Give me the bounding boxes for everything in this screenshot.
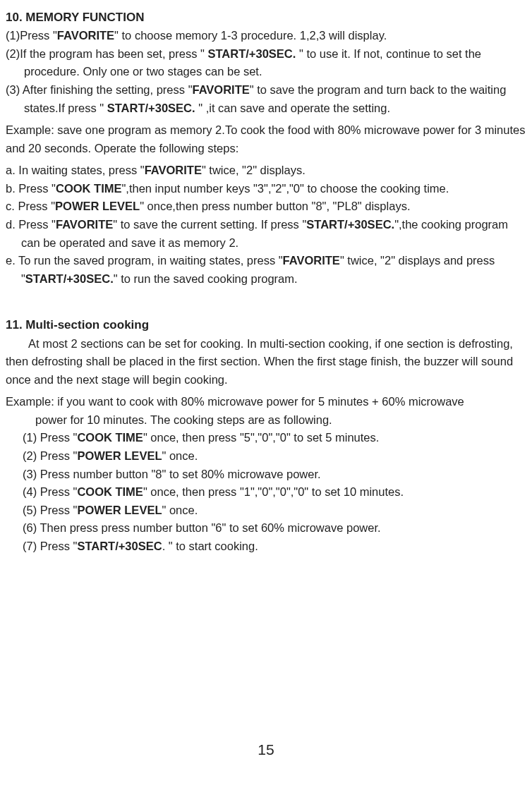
- section-10-step-e: e. To run the saved program, in waiting …: [6, 252, 526, 288]
- section-11-step-1: (1) Press "COOK TIME" once, then press "…: [6, 429, 526, 447]
- section-10-item-1: (1)Press "FAVORITE" to choose memory 1-3…: [6, 27, 526, 45]
- section-10-step-c: c. Press "POWER LEVEL" once,then press n…: [6, 198, 526, 216]
- section-10-item-3: (3) After finishing the setting, press "…: [6, 81, 526, 117]
- section-11-intro: At most 2 sections can be set for cookin…: [6, 335, 526, 389]
- section-11-step-6: (6) Then press press number button "6" t…: [6, 519, 526, 537]
- section-10-example-intro: Example: save one program as memory 2.To…: [6, 121, 526, 157]
- section-11-step-4: (4) Press "COOK TIME" once, then press "…: [6, 483, 526, 502]
- section-11-heading: 11. Multi-section cooking: [6, 316, 526, 334]
- section-10-step-a: a. In waiting states, press "FAVORITE" t…: [6, 162, 526, 180]
- section-11-step-3: (3) Press number button "8" to set 80% m…: [6, 466, 526, 484]
- section-11-example-intro: Example: if you want to cook with 80% mi…: [6, 393, 526, 429]
- page-number: 15: [6, 739, 526, 762]
- section-11-step-5: (5) Press "POWER LEVEL" once.: [6, 502, 526, 520]
- section-10-step-d: d. Press "FAVORITE" to save the current …: [6, 216, 526, 252]
- section-10-step-b: b. Press "COOK TIME",then input number k…: [6, 180, 526, 198]
- section-11-step-2: (2) Press "POWER LEVEL" once.: [6, 447, 526, 466]
- section-10-heading: 10. MEMORY FUNCTION: [6, 8, 526, 27]
- section-11-step-7: (7) Press "START/+30SEC. " to start cook…: [6, 537, 526, 556]
- section-10-item-2: (2)If the program has been set, press " …: [6, 45, 526, 81]
